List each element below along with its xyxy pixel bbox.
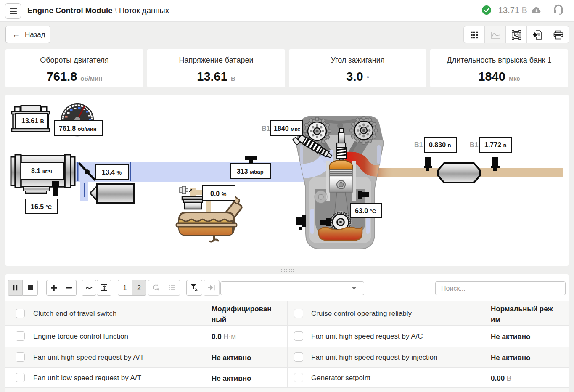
svg-text:0.830 в: 0.830 в	[429, 141, 451, 148]
svg-text:761.8 об/мин: 761.8 об/мин	[59, 125, 97, 132]
svg-text:0.0 %: 0.0 %	[210, 190, 227, 197]
svg-text:B1: B1	[414, 141, 423, 148]
svg-text:B1: B1	[470, 141, 479, 148]
svg-text:1.772 в: 1.772 в	[484, 141, 506, 148]
svg-text:63.0 °С: 63.0 °С	[355, 207, 376, 215]
svg-text:13.4 %: 13.4 %	[102, 169, 122, 176]
svg-text:8.1 кг/ч: 8.1 кг/ч	[31, 167, 52, 175]
svg-text:B1: B1	[262, 125, 270, 132]
svg-text:13.61 В: 13.61 В	[21, 117, 44, 124]
svg-text:16.5 °С: 16.5 °С	[31, 203, 52, 210]
svg-text:1840 мкс: 1840 мкс	[274, 125, 300, 132]
svg-text:313 мбар: 313 мбар	[237, 168, 264, 175]
